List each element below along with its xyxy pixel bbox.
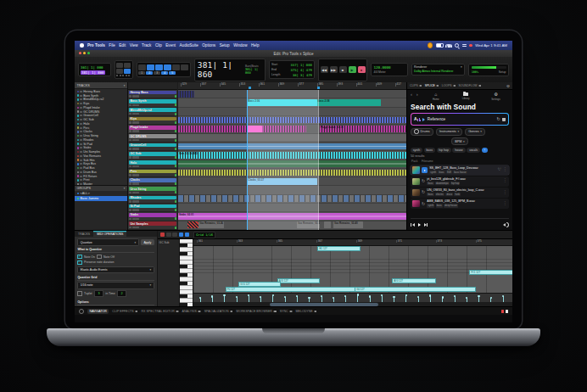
track-solo-button[interactable]	[132, 182, 135, 185]
track-record-enable-button[interactable]	[129, 192, 131, 194]
result-play-button[interactable]	[422, 167, 428, 173]
track-lane[interactable]: Bass 2.06Bass 2.08	[178, 98, 406, 107]
track-lane[interactable]: Vox Remains_03.26Vox Remains_03.38Vox Re…	[178, 221, 406, 230]
nav-home[interactable]: ⌂ Home	[422, 92, 449, 101]
track-lane[interactable]	[178, 116, 406, 125]
track-header[interactable]: Kiya	[128, 116, 177, 125]
panel-toggle-icon[interactable]	[314, 311, 317, 313]
menubar-clock[interactable]: Wed Apr 1 9:41 AM	[475, 43, 507, 48]
menu-track[interactable]: Track	[142, 43, 151, 48]
dock-options-icon[interactable]	[79, 309, 84, 314]
audio-clip[interactable]: Stabs_02.01	[178, 213, 406, 220]
tag-chip-vocals[interactable]: vocals	[467, 148, 480, 153]
track-solo-button[interactable]	[132, 95, 135, 98]
menu-event[interactable]: Event	[165, 43, 176, 48]
loop-icon[interactable]: ↻	[422, 202, 425, 206]
result-tag[interactable]: synth	[429, 171, 437, 174]
operation-select[interactable]: Quantize ▾	[77, 238, 138, 245]
note-on-checkbox[interactable]	[77, 255, 81, 259]
result-tag[interactable]: downtempo	[435, 182, 450, 185]
track-record-enable-button[interactable]	[129, 148, 131, 150]
panel-toggle-icon[interactable]	[176, 311, 179, 313]
dock-tab-splice[interactable]: SPLICE	[425, 84, 439, 87]
track-mute-button[interactable]	[136, 139, 138, 142]
result-tag[interactable]: bass	[436, 204, 443, 207]
stop-button[interactable]: ■	[339, 66, 347, 73]
loop-icon[interactable]: ↻	[422, 179, 425, 183]
trim-tool-icon[interactable]	[166, 232, 171, 237]
shuffle-mode-button[interactable]	[116, 63, 123, 68]
audio-clip[interactable]	[324, 221, 331, 228]
window-tab-rx-spectral-editor[interactable]: RX SPECTRAL EDITOR	[141, 310, 178, 313]
nav-settings[interactable]: ⚙ Settings	[483, 92, 509, 101]
track-record-enable-button[interactable]	[129, 174, 131, 176]
spotlight-search-icon[interactable]	[455, 43, 459, 48]
menu-pro-tools[interactable]: Pro Tools	[87, 43, 105, 48]
zoom-preset-4[interactable]: 4	[161, 71, 168, 76]
menu-view[interactable]: View	[130, 43, 138, 48]
track-record-enable-button[interactable]	[129, 139, 131, 142]
midi-note[interactable]: G0 127	[355, 287, 476, 292]
panel-toggle-icon[interactable]	[419, 85, 422, 87]
slip-mode-button[interactable]	[116, 69, 123, 74]
result-row[interactable]: ↻jrt_bss128_glidesub_F#.wavbassdowntempo…	[411, 176, 509, 187]
track-header[interactable]: Stabs	[128, 212, 177, 221]
audio-clip[interactable]: Clacks_03.37	[247, 178, 316, 185]
zoom-button[interactable]	[87, 52, 90, 54]
track-lane[interactable]	[178, 186, 406, 194]
tags-more-button[interactable]: ›	[482, 148, 488, 153]
kebab-menu-icon[interactable]: ⋮	[503, 191, 507, 195]
midi-note[interactable]: B1 127	[317, 246, 360, 251]
play-button[interactable]: ▶	[349, 66, 356, 73]
track-solo-button[interactable]	[132, 200, 135, 203]
track-lane[interactable]	[178, 90, 406, 98]
velocity-stem[interactable]	[382, 295, 383, 302]
speaker-icon[interactable]	[503, 222, 509, 227]
track-lane[interactable]	[178, 195, 406, 204]
track-mute-button[interactable]	[136, 165, 138, 168]
midi-grid-display[interactable]: Grid 1/16	[193, 232, 215, 238]
track-header[interactable]: GC DRUMS	[128, 134, 177, 143]
track-header[interactable]: Ursa String	[128, 186, 177, 194]
track-lane[interactable]	[178, 204, 406, 212]
track-solo-button[interactable]	[132, 104, 135, 107]
bpm-filter-chip[interactable]: BPM ▾	[451, 137, 468, 145]
previous-track-icon[interactable]	[411, 223, 415, 227]
menu-window[interactable]: Window	[233, 43, 247, 48]
result-tag[interactable]: synth	[427, 204, 434, 207]
audio-clip[interactable]: Plugd Intake_03.10	[320, 126, 406, 132]
track-solo-button[interactable]	[132, 139, 135, 142]
result-tag[interactable]: bass	[438, 171, 444, 174]
track-lane[interactable]: Plugd Intake_03.10	[178, 125, 406, 133]
refresh-icon[interactable]: ↻	[496, 117, 500, 121]
window-tab-spacialization[interactable]: SPACIALIZATION	[204, 310, 233, 313]
track-record-enable-button[interactable]	[129, 95, 131, 98]
velocity-lane[interactable]	[193, 293, 512, 302]
menu-options[interactable]: Options	[202, 43, 215, 48]
dock-tab-clips[interactable]: CLIPS	[410, 84, 422, 87]
velocity-stem[interactable]	[478, 296, 479, 302]
panel-tab-tracks[interactable]: TRACKS	[75, 231, 93, 237]
audio-clip[interactable]: Vox Remains_03.26	[198, 221, 224, 228]
panel-toggle-icon[interactable]	[135, 311, 138, 313]
window-tab-clip-effects[interactable]: CLIP EFFECTS	[112, 310, 137, 313]
menu-audiosuite[interactable]: AudioSuite	[180, 43, 198, 48]
track-header[interactable]: Rhodes	[128, 195, 177, 204]
audio-clip[interactable]: Sine_02-16-BID	[178, 152, 406, 159]
spot-mode-button[interactable]	[124, 63, 131, 68]
scrubber-tool-button[interactable]	[172, 64, 180, 70]
control-center-icon[interactable]	[462, 44, 467, 48]
velocity-stem[interactable]	[503, 296, 504, 302]
filter-chip-instruments[interactable]: Instruments▾	[436, 128, 463, 136]
track-lanes[interactable]: Bass 2.06Bass 2.08Plugd Intake_03.10Sine…	[178, 90, 406, 230]
filter-chip-drums[interactable]: Drums	[411, 128, 433, 136]
track-lane[interactable]	[178, 108, 406, 116]
menu-clip[interactable]: Clip	[155, 43, 162, 48]
track-mute-button[interactable]	[136, 192, 138, 194]
velocity-stem[interactable]	[297, 296, 298, 302]
midi-ruler[interactable]: 361363365367369371373375	[193, 239, 512, 246]
track-solo-button[interactable]	[132, 113, 135, 115]
piano-keyboard[interactable]	[180, 239, 193, 307]
result-tag[interactable]: bass	[427, 182, 433, 185]
kebab-menu-icon[interactable]: ⋮	[503, 168, 507, 172]
